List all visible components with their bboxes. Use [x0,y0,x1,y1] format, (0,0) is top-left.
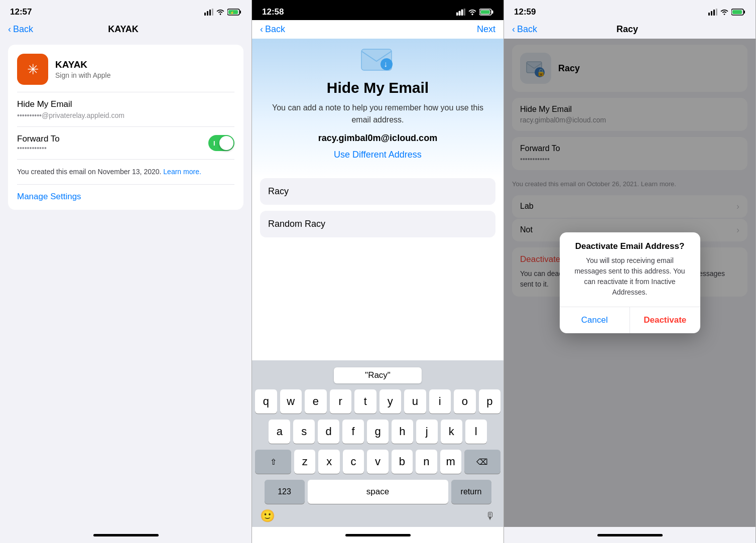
key-z[interactable]: z [294,450,315,474]
use-different-btn[interactable]: Use Different Address [324,144,432,168]
svg-rect-16 [480,10,490,14]
key-r[interactable]: r [330,389,352,414]
time-2: 12:58 [262,7,284,17]
svg-text:↓: ↓ [384,60,388,68]
toggle-i-label: I [213,140,215,147]
key-f[interactable]: f [342,420,364,444]
back-arrow-2: ‹ [260,24,263,35]
key-delete[interactable]: ⌫ [464,450,500,474]
key-n[interactable]: n [416,450,437,474]
modal-cancel-button[interactable]: Cancel [560,307,631,333]
app-name: KAYAK [55,59,111,70]
svg-point-24 [724,14,725,15]
nav-bar-3: ‹ Back Racy [504,20,755,39]
forward-value: •••••••••••• [17,144,60,152]
key-x[interactable]: x [318,450,339,474]
svg-rect-26 [744,11,745,14]
nav-title-1: KAYAK [108,24,139,35]
key-return[interactable]: return [451,480,491,504]
key-e[interactable]: e [305,389,327,414]
note-input[interactable] [260,211,495,237]
forward-toggle[interactable]: I [208,135,234,151]
svg-rect-22 [713,10,715,16]
next-button[interactable]: Next [477,24,495,35]
key-v[interactable]: v [367,450,388,474]
key-q[interactable]: q [255,389,277,414]
key-space[interactable]: space [308,480,448,504]
wifi-icon [216,9,225,16]
status-icons-1: ⚡ [204,9,241,16]
hide-email-title: Hide My Email [312,74,444,102]
svg-rect-2 [209,10,211,16]
back-button-2[interactable]: ‹ Back [260,24,285,35]
hide-email-icon: ↓ [358,44,398,74]
key-i[interactable]: i [429,389,451,414]
note-text: You created this email on November 13, 2… [17,160,234,184]
email-address: racy.gimbal0m@icloud.com [308,126,447,144]
screen2-top: ↓ Hide My Email You can add a note to he… [252,39,503,178]
app-info: KAYAK Sign in with Apple [55,59,111,79]
kbd-row-4: 123 space return [252,477,503,507]
screen2: 12:58 ‹ Back Next [252,0,504,543]
home-bar-2 [345,534,411,536]
label-input[interactable] [260,178,495,205]
key-u[interactable]: u [404,389,426,414]
key-p[interactable]: p [479,389,501,414]
svg-rect-6 [240,11,241,14]
home-indicator-1 [0,527,251,543]
emoji-key[interactable]: 🙂 [260,509,275,523]
modal-overlay: Deactivate Email Address? You will stop … [504,39,755,527]
suggestion-left[interactable] [257,367,333,383]
key-k[interactable]: k [441,420,462,444]
mic-key[interactable]: 🎙 [485,510,495,522]
back-button-3[interactable]: ‹ Back [512,24,537,35]
key-g[interactable]: g [367,420,389,444]
key-t[interactable]: t [354,389,376,414]
forward-label: Forward To [17,134,60,144]
app-subtitle: Sign in with Apple [55,71,111,79]
hide-email-desc: You can add a note to help you remember … [252,102,503,126]
manage-settings-btn[interactable]: Manage Settings [17,185,234,210]
key-h[interactable]: h [392,420,413,444]
key-j[interactable]: j [416,420,438,444]
forward-to-row: Forward To •••••••••••• I [17,127,234,160]
keyboard: "Racy" q w e r t y u i o p a s d f g h j… [252,360,503,527]
modal-deactivate-button[interactable]: Deactivate [630,307,700,333]
kayak-logo: ✳ [27,61,39,78]
svg-rect-23 [716,9,717,16]
key-shift[interactable]: ⇧ [255,450,291,474]
svg-rect-10 [459,11,460,16]
home-indicator-2 [252,527,503,543]
key-y[interactable]: y [380,389,402,414]
battery-icon-3 [731,9,745,16]
key-m[interactable]: m [440,450,461,474]
key-w[interactable]: w [280,389,302,414]
battery-icon: ⚡ [227,9,241,16]
suggestion-right[interactable] [422,367,498,383]
signal-icon [204,9,213,16]
wifi-icon-2 [468,9,477,16]
key-s[interactable]: s [293,420,315,444]
key-123[interactable]: 123 [265,480,305,504]
modal-title: Deactivate Email Address? [560,232,700,255]
keyboard-suggestions: "Racy" [252,364,503,386]
wifi-icon-3 [720,9,729,16]
key-o[interactable]: o [454,389,476,414]
time-1: 12:57 [10,7,32,17]
envelope-icon: ↓ [360,45,396,73]
svg-rect-20 [708,13,710,16]
suggestion-middle[interactable]: "Racy" [334,367,422,383]
key-a[interactable]: a [269,420,290,444]
back-button-1[interactable]: ‹ Back [8,24,33,35]
key-d[interactable]: d [318,420,339,444]
kbd-row-2: a s d f g h j k l [252,417,503,447]
screen3: 12:59 ‹ Back Racy [504,0,756,543]
status-bar-3: 12:59 [504,0,755,20]
key-l[interactable]: l [465,420,487,444]
learn-more-link-1[interactable]: Learn more. [163,168,201,176]
key-b[interactable]: b [392,450,413,474]
key-c[interactable]: c [343,450,364,474]
svg-rect-9 [456,13,458,16]
nav-bar-1: ‹ Back KAYAK [0,20,251,39]
nav-bar-2: ‹ Back Next [252,20,503,39]
